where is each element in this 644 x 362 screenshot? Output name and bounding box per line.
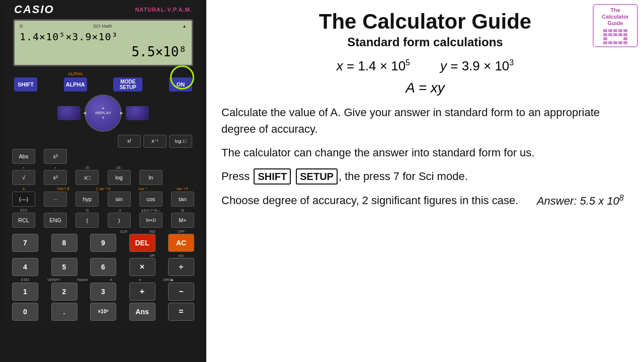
x-formula: x = 1.4 × 105 (337, 58, 410, 74)
plus-button[interactable]: + (129, 283, 155, 301)
shift-button[interactable]: SHIFT (14, 77, 37, 92)
left-nav-button[interactable] (57, 106, 80, 120)
paragraph-1: Calculate the value of A. Give your answ… (221, 104, 629, 137)
alpha-button[interactable]: ALPHA (64, 77, 87, 92)
x10-button[interactable]: ×10ˣ (90, 303, 116, 321)
multiply-button[interactable]: × (129, 258, 155, 276)
paragraph-2: The calculator can change the answer int… (221, 144, 629, 161)
sin-button[interactable]: sin (108, 192, 131, 207)
two-button[interactable]: 2 (51, 283, 77, 301)
ans-button[interactable]: Ans (129, 303, 155, 321)
mode-setup-button[interactable]: MODE SETUP (113, 77, 142, 92)
zero-button[interactable]: 0 (12, 303, 38, 321)
eight-button[interactable]: 8 (51, 234, 77, 252)
x3-button[interactable]: x³ (44, 149, 67, 164)
cos-label: cos⁻¹ (131, 187, 154, 191)
sqrt-button[interactable]: √ (12, 170, 35, 185)
seven-button[interactable]: 7 (12, 234, 38, 252)
answer-label: Answer: 5.5 x 108 (537, 195, 624, 207)
replay-dial: ▲ ◄ REPLAY ► ▼ (85, 95, 122, 132)
on-button[interactable]: ON (169, 77, 192, 92)
five-button[interactable]: 5 (51, 258, 77, 276)
display-result: 5.5×10⁸ (20, 44, 187, 61)
divide-button[interactable]: ÷ (168, 258, 194, 276)
setup-key-label: SETUP (296, 168, 338, 185)
sd-button[interactable]: S⇔D (139, 213, 163, 228)
replay-label: REPLAY (95, 111, 111, 115)
nine-button[interactable]: 9 (90, 234, 116, 252)
x-inverse-button[interactable]: x⁻¹ (143, 135, 167, 148)
page-title: The Calculator Guide (221, 10, 629, 33)
brand-vpam: NATURAL-V.P.A.M. (135, 7, 192, 13)
abs-button[interactable]: Abs (12, 149, 35, 164)
ln-label-top (171, 166, 194, 169)
tan-label: tan⁻¹ F (171, 187, 194, 191)
four-button[interactable]: 4 (12, 258, 38, 276)
one-button[interactable]: 1 (12, 283, 38, 301)
a-label: A (12, 187, 35, 191)
factorial-button[interactable]: x! (118, 135, 141, 148)
ten-x-label: 10□ (108, 166, 131, 169)
lpar-button[interactable]: ( (75, 213, 99, 228)
x2-button[interactable]: x² (44, 170, 67, 185)
right-nav-button[interactable] (126, 106, 149, 120)
rcl-button[interactable]: RCL (12, 213, 35, 228)
hyp-button[interactable]: hyp (75, 192, 99, 207)
mplus-button[interactable]: M+ (171, 213, 194, 228)
content-panel: The Calculator Guide The Calculator Guid… (206, 0, 644, 362)
xsq-button[interactable]: x□ (75, 170, 99, 185)
display-sci-indicator: SCI Math (93, 24, 112, 29)
content-subtitle: Standard form calculations (221, 35, 629, 49)
x2-label: ▪ (44, 166, 67, 169)
minus-button[interactable]: − (168, 283, 194, 301)
eng-button[interactable]: ENG (44, 213, 67, 228)
watermark-grid (597, 29, 634, 44)
calculator-panel: CASIO NATURAL-V.P.A.M. D SCI Math ▲ 1.4×… (0, 0, 206, 362)
sqrt-label: ▪ (12, 166, 35, 169)
three-button[interactable]: 3 (90, 283, 116, 301)
alpha-label: ALPHA (68, 71, 83, 76)
six-button[interactable]: 6 (90, 258, 116, 276)
paragraph-4: Choose degree of accuracy, 2 significant… (221, 192, 629, 209)
xsq-label: √D (75, 166, 99, 169)
y-formula: y = 3.9 × 103 (440, 58, 514, 74)
dot3-button[interactable]: ··· (44, 192, 67, 207)
fact-b-label: FACT B (52, 187, 75, 191)
log-ab-button[interactable]: log□□ (169, 135, 192, 148)
ac-button[interactable]: AC (168, 234, 194, 252)
dot-button[interactable]: . (51, 303, 77, 321)
display-tri-indicator: ▲ (182, 24, 187, 29)
cos-button[interactable]: cos (139, 192, 163, 207)
ln-button[interactable]: ln (139, 170, 163, 185)
log-button[interactable]: log (108, 170, 131, 185)
neg-button[interactable]: (—) (12, 192, 35, 207)
del-button[interactable]: DEL (129, 234, 155, 252)
watermark: The Calculator Guide (593, 4, 638, 47)
watermark-title: The Calculator Guide (597, 7, 634, 27)
rpar-button[interactable]: ) (108, 213, 131, 228)
formula-row: x = 1.4 × 105 y = 3.9 × 103 (221, 58, 629, 74)
log-label-top (139, 166, 163, 169)
brand-casio: CASIO (14, 3, 54, 16)
display-expression: 1.4×10⁵×3.9×10³ (20, 30, 187, 44)
tan-button[interactable]: tan (171, 192, 194, 207)
equals-button[interactable]: = (168, 303, 194, 321)
c-label: C sin⁻¹ D (92, 187, 115, 191)
shift-key-label: SHIFT (254, 168, 291, 185)
display-d-indicator: D (20, 24, 23, 29)
formula-a: A = xy (221, 80, 629, 96)
paragraph-3: Press SHIFT SETUP, the press 7 for Sci m… (221, 168, 629, 185)
calculator-display: D SCI Math ▲ 1.4×10⁵×3.9×10³ 5.5×10⁸ (13, 19, 193, 66)
